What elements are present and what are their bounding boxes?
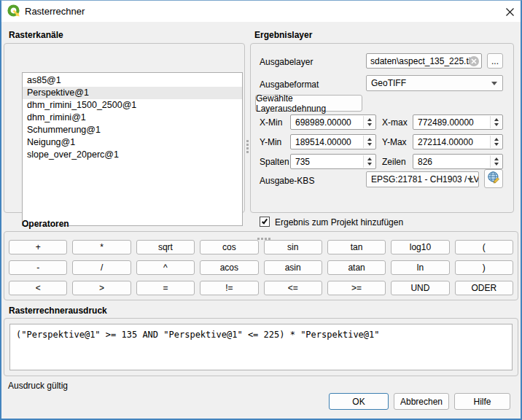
browse-output-button[interactable]: ... <box>487 53 503 69</box>
spin-arrows <box>490 116 502 128</box>
operator-button[interactable]: + <box>9 240 67 254</box>
chevron-down-icon <box>491 82 497 85</box>
operator-button[interactable]: ( <box>455 240 513 254</box>
ymax-spinbox[interactable]: 272114.00000 <box>413 134 503 149</box>
check-icon <box>262 218 268 225</box>
operator-button[interactable]: tan <box>327 240 386 254</box>
operator-button[interactable]: >= <box>327 281 386 295</box>
spin-arrows <box>490 155 502 168</box>
operator-button[interactable]: * <box>72 240 130 254</box>
output-layer-value: sdaten\aspect_135_225.tif <box>370 56 473 66</box>
output-format-select[interactable]: GeoTIFF <box>366 75 503 91</box>
raster-bands-list[interactable]: as85@1 Perspektive@1 dhm_rimini_1500_250… <box>22 72 243 226</box>
raster-bands-section-label: Rasterkanäle <box>9 30 63 40</box>
operator-button[interactable]: != <box>200 281 258 295</box>
operator-button[interactable]: acos <box>200 260 258 275</box>
operator-button[interactable]: ^ <box>136 260 195 275</box>
ymax-label: Y-Max <box>382 137 407 147</box>
xmin-spinbox[interactable]: 698989.00000 <box>290 114 376 130</box>
operator-button[interactable]: asin <box>264 260 322 275</box>
operator-button[interactable]: > <box>72 281 130 295</box>
output-crs-label: Ausgabe-KBS <box>260 176 314 186</box>
operator-button[interactable]: UND <box>391 281 449 295</box>
qgis-logo-icon <box>7 4 20 18</box>
raster-band-item[interactable]: as85@1 <box>23 74 242 87</box>
raster-bands-groupbox: as85@1 Perspektive@1 dhm_rimini_1500_250… <box>4 43 245 213</box>
raster-band-item[interactable]: dhm_rimini@1 <box>23 112 242 124</box>
spin-down-button[interactable] <box>367 123 372 126</box>
raster-band-item[interactable]: Perspektive@1 <box>23 87 242 99</box>
help-button[interactable]: Hilfe <box>454 393 510 410</box>
ymin-label: Y-Min <box>260 137 281 147</box>
spin-up-button[interactable] <box>494 138 499 141</box>
ok-button[interactable]: OK <box>329 393 389 410</box>
spin-down-button[interactable] <box>367 163 372 166</box>
operator-button[interactable]: - <box>9 260 67 275</box>
raster-band-item[interactable]: Schummerung@1 <box>23 124 242 136</box>
rows-spinbox[interactable]: 826 <box>413 154 503 169</box>
spin-arrows <box>490 136 502 148</box>
spin-up-button[interactable] <box>367 158 372 160</box>
xmin-label: X-Min <box>260 117 282 128</box>
spin-up-button[interactable] <box>367 138 372 141</box>
operator-button[interactable]: < <box>9 281 67 295</box>
result-layer-section-label: Ergebnislayer <box>254 30 312 40</box>
operators-section-label: Operatoren <box>22 219 69 229</box>
operator-button[interactable]: ln <box>391 260 449 275</box>
operator-button[interactable]: <= <box>264 281 322 295</box>
ymax-value: 272114.00000 <box>418 137 473 147</box>
expression-section-label: Rasterrechnerausdruck <box>9 306 107 316</box>
xmax-label: X-max <box>382 117 408 128</box>
spin-up-button[interactable] <box>494 118 499 121</box>
output-layer-input[interactable]: sdaten\aspect_135_225.tif <box>366 53 482 69</box>
titlebar[interactable]: Rasterrechner <box>0 0 522 22</box>
dialog-body: Rasterkanäle as85@1 Perspektive@1 dhm_ri… <box>0 22 522 420</box>
xmax-spinbox[interactable]: 772489.00000 <box>413 114 503 130</box>
cancel-button[interactable]: Abbrechen <box>394 393 449 410</box>
spin-up-button[interactable] <box>494 158 499 160</box>
spin-down-button[interactable] <box>367 143 372 146</box>
globe-crs-icon <box>487 171 501 187</box>
rows-value: 826 <box>418 157 432 167</box>
output-layer-label: Ausgabelayer <box>260 57 313 67</box>
operator-button[interactable]: / <box>72 260 130 275</box>
spin-arrows <box>363 136 375 148</box>
add-to-project-checkbox[interactable] <box>260 217 270 227</box>
operator-button[interactable]: ) <box>455 260 513 275</box>
expression-editor[interactable]: ("Perspektive@1" >= 135 AND "Perspektive… <box>9 324 513 370</box>
operator-button[interactable]: atan <box>327 260 386 275</box>
select-crs-button[interactable] <box>484 169 503 188</box>
output-format-label: Ausgabeformat <box>260 79 319 90</box>
columns-value: 735 <box>295 157 310 167</box>
spin-down-button[interactable] <box>494 143 499 146</box>
spin-arrows <box>363 116 375 128</box>
operator-button[interactable]: sin <box>264 240 322 254</box>
operator-button[interactable]: cos <box>200 240 258 254</box>
spin-up-button[interactable] <box>367 118 372 121</box>
operator-button[interactable]: ODER <box>455 281 513 295</box>
ymin-spinbox[interactable]: 189514.00000 <box>290 134 376 149</box>
columns-spinbox[interactable]: 735 <box>290 154 376 169</box>
output-format-value: GeoTIFF <box>371 78 406 88</box>
operator-button[interactable]: log10 <box>391 240 449 254</box>
add-to-project-label: Ergebnis zum Projekt hinzufügen <box>275 217 403 228</box>
operator-button[interactable]: = <box>136 281 195 295</box>
output-crs-select[interactable]: EPSG:21781 - CH1903 / LV0 <box>366 171 479 187</box>
rows-label: Zeilen <box>382 157 406 167</box>
current-extent-button[interactable]: Gewählte Layerausdehnung <box>255 95 362 112</box>
chevron-down-icon <box>467 178 473 182</box>
clear-field-icon[interactable] <box>469 56 479 66</box>
close-icon[interactable] <box>502 4 518 19</box>
spin-down-button[interactable] <box>494 123 499 126</box>
spin-arrows <box>363 155 375 168</box>
raster-band-item[interactable]: slope_over_20perc@1 <box>23 149 242 161</box>
xmin-value: 698989.00000 <box>295 117 351 128</box>
operator-button[interactable]: sqrt <box>136 240 195 254</box>
raster-band-item[interactable]: dhm_rimini_1500_2500@1 <box>23 99 242 112</box>
spin-down-button[interactable] <box>494 163 499 166</box>
splitter-handle-vertical[interactable] <box>246 140 249 142</box>
expression-status: Ausdruck gültig <box>8 381 68 391</box>
raster-band-item[interactable]: Neigung@1 <box>23 136 242 149</box>
output-crs-value: EPSG:21781 - CH1903 / LV0 <box>371 174 479 184</box>
window-title: Rasterrechner <box>25 6 85 17</box>
